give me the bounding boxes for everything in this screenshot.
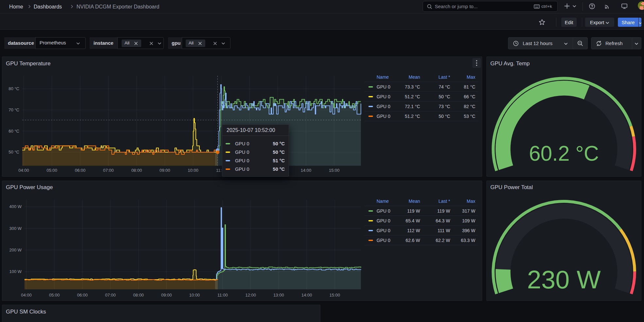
svg-text:07:00: 07:00 — [105, 293, 116, 298]
svg-text:400 W: 400 W — [9, 204, 22, 209]
svg-text:10:00: 10:00 — [188, 168, 198, 173]
svg-text:11:00: 11:00 — [217, 293, 228, 298]
svg-text:05:00: 05:00 — [47, 168, 58, 173]
svg-text:09:00: 09:00 — [160, 168, 170, 173]
svg-text:05:00: 05:00 — [49, 293, 60, 298]
svg-text:07:00: 07:00 — [103, 168, 114, 173]
svg-text:15:00: 15:00 — [329, 168, 340, 173]
svg-text:08:00: 08:00 — [133, 293, 144, 298]
svg-text:100 W: 100 W — [9, 269, 22, 274]
svg-text:50 °C: 50 °C — [8, 150, 19, 154]
svg-text:04:00: 04:00 — [21, 293, 32, 298]
svg-text:04:00: 04:00 — [18, 168, 29, 173]
svg-text:06:00: 06:00 — [75, 168, 86, 173]
svg-text:13:00: 13:00 — [273, 293, 284, 298]
svg-text:09:00: 09:00 — [161, 293, 172, 298]
svg-text:80 °C: 80 °C — [8, 86, 19, 91]
svg-text:12:00: 12:00 — [245, 293, 256, 298]
svg-text:70 °C: 70 °C — [8, 107, 19, 112]
svg-text:15:00: 15:00 — [330, 293, 340, 298]
svg-text:10:00: 10:00 — [189, 293, 200, 298]
svg-text:300 W: 300 W — [9, 226, 22, 231]
svg-text:14:00: 14:00 — [301, 168, 312, 173]
svg-text:14:00: 14:00 — [301, 293, 312, 298]
svg-text:08:00: 08:00 — [131, 168, 142, 173]
svg-text:60 °C: 60 °C — [8, 129, 19, 134]
svg-text:200 W: 200 W — [9, 248, 22, 252]
svg-text:06:00: 06:00 — [77, 293, 88, 298]
